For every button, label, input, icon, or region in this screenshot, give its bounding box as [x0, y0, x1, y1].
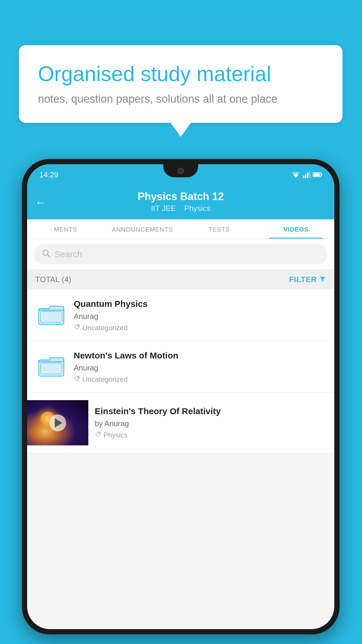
back-button[interactable]: ←: [35, 196, 46, 209]
app-header: ← Physics Batch 12 IIT JEE Physics: [27, 185, 334, 219]
subtitle-tag2: Physics: [184, 204, 210, 213]
svg-rect-4: [307, 173, 308, 178]
search-bar-wrap: Search: [27, 239, 334, 270]
svg-rect-12: [41, 311, 62, 322]
svg-rect-2: [303, 176, 304, 178]
filter-funnel-icon: [319, 275, 326, 284]
phone-screen: 14:29: [27, 164, 334, 629]
list-item[interactable]: Einstein's Theory Of Relativity by Anura…: [27, 393, 334, 453]
svg-rect-15: [41, 363, 62, 374]
item-title: Newton's Laws of Motion: [74, 350, 326, 361]
status-time: 14:29: [39, 170, 58, 179]
play-button[interactable]: [49, 414, 66, 431]
item-author: Anurag: [74, 363, 326, 372]
tab-bar: MENTS ANNOUNCEMENTS TESTS VIDEOS: [27, 219, 334, 239]
tag-icon: [74, 324, 80, 332]
folder-icon: [38, 354, 64, 378]
folder-icon: [38, 302, 64, 327]
filter-button[interactable]: FILTER: [289, 275, 326, 284]
item-title: Quantum Physics: [74, 298, 326, 309]
speech-bubble: Organised study material notes, question…: [19, 45, 342, 123]
item-thumbnail: [27, 400, 88, 445]
item-thumbnail: [35, 298, 67, 330]
item-author: Anurag: [74, 312, 326, 321]
tab-videos[interactable]: VIDEOS: [258, 219, 335, 239]
svg-rect-8: [313, 173, 320, 176]
tag-icon: [74, 375, 80, 384]
item-tag: Physics: [95, 431, 320, 439]
phone-shell: 14:29: [22, 159, 340, 634]
total-count: TOTAL (4): [35, 275, 71, 284]
svg-rect-3: [305, 174, 306, 178]
item-thumbnail: [35, 350, 67, 382]
video-list: Quantum Physics Anurag Uncategorized: [27, 289, 334, 453]
svg-rect-7: [321, 174, 322, 176]
item-tag: Uncategorized: [74, 324, 326, 332]
item-info: Newton's Laws of Motion Anurag Uncategor…: [74, 350, 326, 384]
status-icons: [291, 172, 322, 178]
list-item[interactable]: Quantum Physics Anurag Uncategorized: [27, 289, 334, 341]
item-author: by Anurag: [95, 419, 320, 428]
app-title: Physics Batch 12: [27, 190, 334, 203]
search-icon: [42, 249, 50, 260]
svg-point-17: [99, 433, 100, 434]
svg-point-13: [78, 325, 79, 326]
tab-ments[interactable]: MENTS: [27, 219, 104, 239]
search-placeholder: Search: [55, 249, 82, 259]
wifi-icon: [291, 172, 301, 178]
battery-icon: [313, 172, 322, 177]
svg-line-10: [48, 255, 50, 257]
status-bar: 14:29: [27, 164, 334, 185]
signal-icon: [303, 172, 310, 178]
app-background: Organised study material notes, question…: [0, 0, 362, 644]
play-triangle-icon: [55, 418, 62, 428]
speech-bubble-subtext: notes, question papers, solutions all at…: [38, 93, 324, 105]
filter-row: TOTAL (4) FILTER: [27, 270, 334, 289]
tab-tests[interactable]: TESTS: [181, 219, 258, 239]
svg-point-16: [78, 377, 79, 378]
subtitle-tag1: IIT JEE: [151, 204, 176, 213]
notch: [163, 164, 198, 177]
item-title: Einstein's Theory Of Relativity: [95, 405, 320, 417]
list-item[interactable]: Newton's Laws of Motion Anurag Uncategor…: [27, 341, 334, 393]
svg-marker-1: [292, 172, 300, 176]
app-subtitle: IIT JEE Physics: [27, 204, 334, 213]
speech-bubble-container: Organised study material notes, question…: [19, 45, 342, 123]
item-info: Einstein's Theory Of Relativity by Anura…: [88, 400, 326, 444]
camera: [178, 168, 184, 174]
item-tag: Uncategorized: [74, 375, 326, 384]
speech-bubble-heading: Organised study material: [38, 61, 324, 86]
svg-rect-5: [309, 172, 310, 178]
tab-announcements[interactable]: ANNOUNCEMENTS: [104, 219, 181, 239]
item-info: Quantum Physics Anurag Uncategorized: [74, 298, 326, 332]
search-bar[interactable]: Search: [34, 244, 327, 264]
tag-icon: [95, 431, 101, 439]
